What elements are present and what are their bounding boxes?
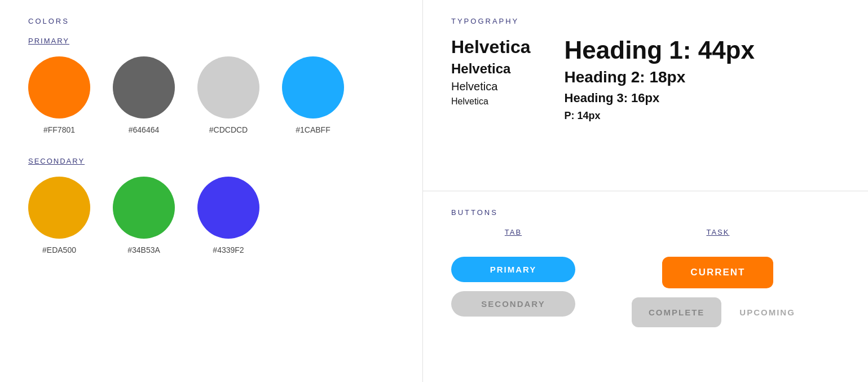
task-complete-button[interactable]: COMPLETE <box>632 297 721 327</box>
color-label-34b53a: #34B53A <box>127 245 160 254</box>
color-swatch-646464 <box>113 56 175 118</box>
task-current-button[interactable]: CURRENT <box>662 257 773 288</box>
buttons-content: TAB PRIMARY SECONDARY TASK CURRENT COMPL… <box>451 228 840 327</box>
color-swatch-ff7801 <box>28 56 90 118</box>
color-swatch-eda500 <box>28 177 90 239</box>
heading-2-sample: Heading 2: 18px <box>565 68 755 86</box>
color-label-eda500: #EDA500 <box>42 245 76 254</box>
color-item-cdcdcd: #CDCDCD <box>197 56 259 134</box>
font-names-column: Helvetica Helvetica Helvetica Helvetica <box>451 37 531 122</box>
heading-1-sample: Heading 1: 44px <box>565 37 755 64</box>
color-swatch-4339f2 <box>197 177 259 239</box>
tab-label: TAB <box>505 228 522 236</box>
primary-label: PRIMARY <box>28 37 394 45</box>
right-panel: TYPOGRAPHY Helvetica Helvetica Helvetica… <box>423 0 868 382</box>
font-name-h3: Helvetica <box>451 80 531 93</box>
color-swatch-cdcdcd <box>197 56 259 118</box>
task-label: TASK <box>706 228 729 236</box>
color-label-646464: #646464 <box>129 125 160 134</box>
color-label-4339f2: #4339F2 <box>213 245 244 254</box>
secondary-color-row: #EDA500 #34B53A #4339F2 <box>28 177 394 254</box>
color-label-1cabff: #1CABFF <box>296 125 330 134</box>
task-lower-row: COMPLETE UPCOMING <box>632 297 804 327</box>
color-item-34b53a: #34B53A <box>113 177 175 254</box>
tab-primary-button[interactable]: PRIMARY <box>451 257 575 282</box>
color-label-cdcdcd: #CDCDCD <box>209 125 248 134</box>
heading-samples-column: Heading 1: 44px Heading 2: 18px Heading … <box>565 37 755 122</box>
color-item-4339f2: #4339F2 <box>197 177 259 254</box>
secondary-label: SECONDARY <box>28 157 394 165</box>
font-name-p: Helvetica <box>451 96 531 107</box>
typography-section-title: TYPOGRAPHY <box>451 17 840 25</box>
font-name-h1: Helvetica <box>451 37 531 58</box>
p-sample: P: 14px <box>565 110 755 122</box>
heading-3-sample: Heading 3: 16px <box>565 91 755 106</box>
color-item-ff7801: #FF7801 <box>28 56 90 134</box>
color-item-1cabff: #1CABFF <box>282 56 344 134</box>
buttons-section: BUTTONS TAB PRIMARY SECONDARY TASK CURRE… <box>423 191 868 382</box>
buttons-section-title: BUTTONS <box>451 208 840 217</box>
color-item-646464: #646464 <box>113 56 175 134</box>
colors-section-title: COLORS <box>28 17 394 25</box>
colors-panel: COLORS PRIMARY #FF7801 #646464 #CDCDCD #… <box>0 0 423 382</box>
color-label-ff7801: #FF7801 <box>43 125 75 134</box>
typography-section: TYPOGRAPHY Helvetica Helvetica Helvetica… <box>423 0 868 191</box>
tab-button-group: TAB PRIMARY SECONDARY <box>451 228 575 317</box>
task-current-row: CURRENT <box>662 257 773 288</box>
task-upcoming-button[interactable]: UPCOMING <box>730 297 804 327</box>
color-item-eda500: #EDA500 <box>28 177 90 254</box>
primary-color-row: #FF7801 #646464 #CDCDCD #1CABFF <box>28 56 394 134</box>
tab-secondary-button[interactable]: SECONDARY <box>451 291 575 317</box>
typography-content: Helvetica Helvetica Helvetica Helvetica … <box>451 37 840 122</box>
color-swatch-1cabff <box>282 56 344 118</box>
task-button-group: TASK CURRENT COMPLETE UPCOMING <box>632 228 804 327</box>
font-name-h2: Helvetica <box>451 61 531 77</box>
color-swatch-34b53a <box>113 177 175 239</box>
